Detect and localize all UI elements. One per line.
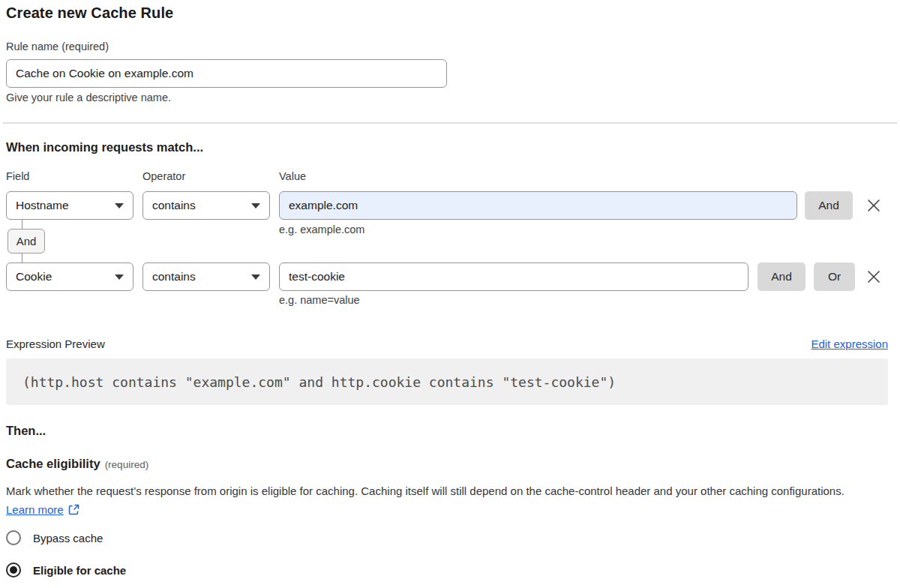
field-select-row2[interactable]: Cookie (6, 262, 134, 291)
cache-eligibility-description: Mark whether the request’s response from… (6, 482, 868, 519)
chevron-down-icon (115, 203, 124, 208)
close-icon (866, 268, 882, 285)
remove-condition-row1-button[interactable] (864, 196, 884, 215)
and-button-row2[interactable]: And (758, 262, 806, 291)
radio-option-eligible-for-cache[interactable]: Eligible for cache (6, 562, 126, 578)
rule-name-input[interactable] (6, 59, 447, 88)
value-input-row2[interactable] (279, 262, 748, 291)
operator-select-row2[interactable]: contains (142, 262, 270, 291)
description-text: Mark whether the request’s response from… (6, 484, 844, 497)
section-divider (3, 122, 897, 124)
radio-icon (6, 530, 21, 545)
page-title: Create new Cache Rule (6, 4, 173, 22)
learn-more-link[interactable]: Learn more (6, 503, 64, 516)
field-select-row2-value: Cookie (16, 270, 52, 284)
condition-connector-and-button[interactable]: And (8, 229, 45, 254)
value-hint-row1: e.g. example.com (279, 224, 364, 236)
rule-name-helper: Give your rule a descriptive name. (6, 92, 171, 104)
close-icon (866, 197, 882, 214)
remove-condition-row2-button[interactable] (864, 267, 884, 286)
chevron-down-icon (115, 274, 124, 280)
value-column-label: Value (279, 170, 306, 182)
or-button-row2[interactable]: Or (814, 262, 855, 291)
cache-eligibility-heading: Cache eligibility(required) (6, 457, 148, 471)
expression-code: (http.host contains "example.com" and ht… (22, 374, 616, 390)
external-link-icon (68, 504, 80, 515)
required-note: (required) (105, 459, 149, 470)
radio-icon (6, 562, 21, 578)
expression-preview-label: Expression Preview (6, 338, 105, 350)
create-cache-rule-page: Create new Cache Rule Rule name (require… (0, 0, 900, 588)
edit-expression-link[interactable]: Edit expression (811, 338, 888, 350)
chevron-down-icon (251, 274, 260, 280)
field-select-row1[interactable]: Hostname (6, 191, 134, 220)
operator-select-row2-value: contains (152, 270, 196, 284)
value-input-row1[interactable] (279, 191, 797, 220)
field-column-label: Field (6, 170, 29, 182)
then-heading: Then... (6, 424, 46, 438)
chevron-down-icon (251, 203, 260, 208)
operator-select-row1[interactable]: contains (142, 191, 270, 220)
cache-eligibility-title: Cache eligibility (6, 457, 100, 470)
value-hint-row2: e.g. name=value (279, 294, 360, 306)
operator-select-row1-value: contains (152, 199, 196, 212)
match-section-heading: When incoming requests match... (6, 140, 203, 154)
radio-option-bypass-cache[interactable]: Bypass cache (6, 530, 103, 545)
field-select-row1-value: Hostname (16, 199, 69, 212)
and-button-row1[interactable]: And (805, 191, 853, 220)
radio-label: Bypass cache (33, 532, 103, 544)
radio-label: Eligible for cache (33, 564, 126, 577)
rule-name-label: Rule name (required) (6, 40, 109, 52)
operator-column-label: Operator (142, 170, 185, 182)
expression-preview-block: (http.host contains "example.com" and ht… (6, 358, 888, 405)
